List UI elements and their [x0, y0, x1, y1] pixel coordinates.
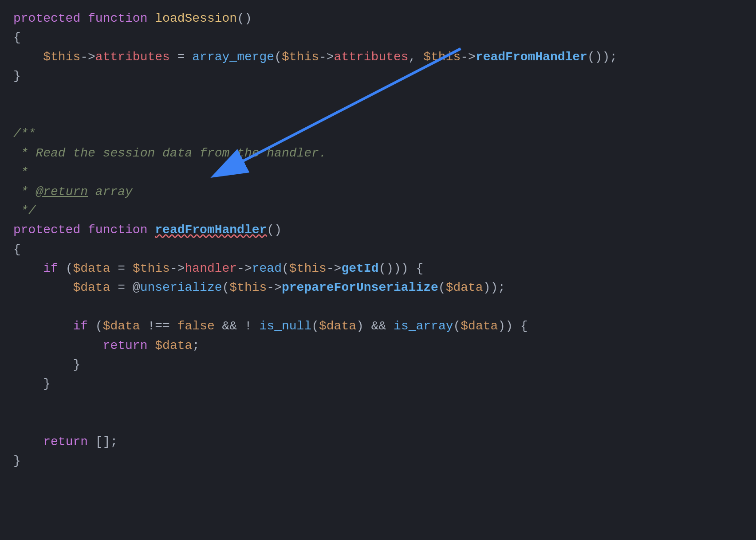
code-line-20: } — [13, 374, 743, 393]
code-line-18: return $data; — [13, 336, 743, 355]
code-line-15: $data = @unserialize($this->prepareForUn… — [13, 278, 743, 297]
code-line-12: protected function readFromHandler() — [13, 220, 743, 239]
code-line-11: */ — [13, 201, 743, 220]
code-line-4: } — [13, 67, 743, 86]
code-line-7: /** — [13, 124, 743, 143]
code-line-8: * Read the session data from the handler… — [13, 144, 743, 163]
code-line-17: if ($data !== false && ! is_null($data) … — [13, 317, 743, 336]
code-line-16 — [13, 297, 743, 317]
code-line-10: * @return array — [13, 182, 743, 201]
code-line-24: } — [13, 451, 743, 470]
code-line-19: } — [13, 355, 743, 374]
code-line-23: return []; — [13, 432, 743, 451]
code-line-3: $this->attributes = array_merge($this->a… — [13, 47, 743, 67]
code-line-21 — [13, 394, 743, 413]
code-line-1: protected function loadSession() — [13, 9, 743, 28]
code-line-5 — [13, 86, 743, 105]
code-line-9: * — [13, 163, 743, 182]
code-line-2: { — [13, 28, 743, 47]
code-line-22 — [13, 413, 743, 432]
code-editor: protected function loadSession() { $this… — [13, 9, 743, 470]
code-line-14: if ($data = $this->handler->read($this->… — [13, 259, 743, 278]
code-line-13: { — [13, 240, 743, 259]
code-line-6 — [13, 105, 743, 124]
